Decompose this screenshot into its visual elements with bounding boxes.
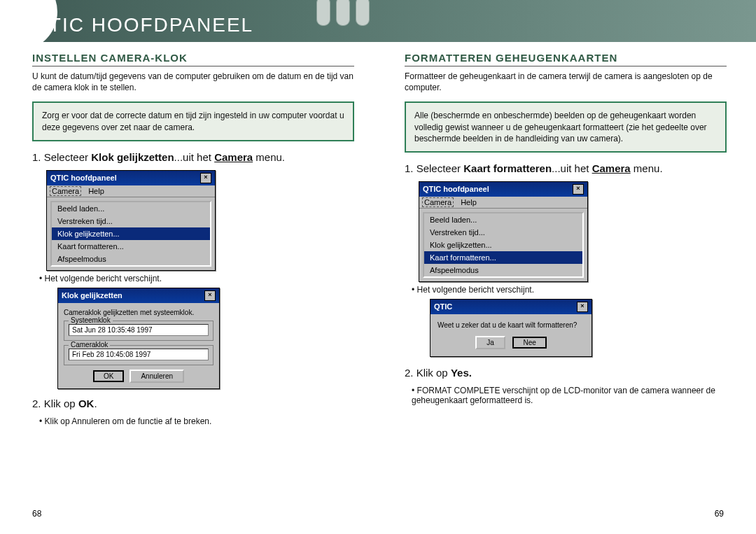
t: Camera (214, 151, 253, 163)
group-system: SysteemklokSat Jun 28 10:35:48 1997 (64, 321, 214, 341)
step1-format: 1. Selecteer Kaart formatteren...uit het… (405, 162, 727, 174)
t: ...uit het (174, 151, 215, 163)
t: 1. Selecteer (32, 151, 91, 163)
step2-format: 2. Klik op Yes. (405, 367, 727, 379)
window-qtic-right: QTIC hoofdpaneel× CameraHelp Beeld laden… (419, 181, 588, 282)
menu-help[interactable]: Help (88, 187, 104, 195)
group-camera: CameraklokFri Feb 28 10:45:08 1997 (64, 345, 214, 365)
dlg-title: Klok gelijkzetten (62, 291, 122, 300)
menubar: CameraHelp (419, 197, 587, 209)
t: Klok gelijkzetten (91, 151, 174, 163)
lbl: Cameraklok (69, 341, 110, 349)
page-number-right: 69 (715, 509, 724, 519)
column-right: Formatteren Geheugenkaarten Formatteer d… (405, 52, 727, 407)
close-icon[interactable]: × (577, 302, 588, 312)
menu-help[interactable]: Help (461, 198, 477, 206)
intro-clock: U kunt de datum/tijd gegevens van de com… (32, 71, 354, 93)
section-title-clock: Instellen Camera-klok (32, 52, 354, 66)
t: 1. Selecteer (405, 162, 463, 174)
dialog-format: QTIC× Weet u zeker dat u de kaart wilt f… (430, 299, 592, 357)
list-item[interactable]: Klok gelijkzetten... (52, 227, 210, 240)
section-title-format: Formatteren Geheugenkaarten (405, 52, 727, 66)
column-left: Instellen Camera-klok U kunt de datum/ti… (32, 52, 354, 428)
t: menu. (631, 162, 663, 174)
titlebar: Klok gelijkzetten× (58, 288, 219, 303)
note-clock: Zorg er voor dat de correcte datum en ti… (32, 101, 354, 141)
titlebar: QTIC hoofdpaneel× (47, 171, 215, 185)
t: Kaart formatteren (463, 162, 552, 174)
sub-complete: FORMAT COMPLETE verschijnt op de LCD-mon… (412, 386, 727, 405)
titlebar: QTIC× (430, 300, 592, 314)
sub-msg: Het volgende bericht verschijnt. (412, 285, 727, 295)
menubar: CameraHelp (47, 185, 215, 197)
list-item[interactable]: Beeld laden... (52, 202, 210, 215)
t: Camera (592, 162, 631, 174)
step2-clock: 2. Klik op OK. (32, 398, 354, 409)
close-icon[interactable]: × (573, 184, 584, 195)
page-number-left: 68 (32, 509, 41, 519)
ok-button[interactable]: OK (93, 370, 124, 382)
lbl: Systeemklok (69, 316, 113, 324)
list-item[interactable]: Kaart formatteren... (424, 251, 582, 264)
dlg-title: QTIC (434, 302, 452, 311)
t: Yes. (451, 367, 472, 379)
dlg-msg: Cameraklok gelijkzetten met systeemklok. (64, 309, 214, 316)
list-item[interactable]: Verstreken tijd... (424, 226, 582, 239)
no-button[interactable]: Nee (512, 337, 546, 349)
list-item[interactable]: Afspeelmodus (52, 253, 210, 265)
menu-list-left: Beeld laden... Verstreken tijd... Klok g… (50, 201, 211, 267)
window-qtic-left: QTIC hoofdpaneel× CameraHelp Beeld laden… (46, 170, 216, 271)
list-item[interactable]: Beeld laden... (424, 213, 582, 226)
t: 2. Klik op (405, 367, 451, 379)
manual-spread: QTIC HOOFDPANEEL Instellen Camera-klok U… (0, 0, 756, 534)
note-format: Alle (beschermde en onbeschermde) beelde… (405, 101, 727, 153)
list-item[interactable]: Kaart formatteren... (52, 240, 210, 253)
list-item[interactable]: Klok gelijkzetten... (424, 239, 582, 251)
intro-format: Formatteer de geheugenkaart in de camera… (405, 71, 727, 93)
field-camera: Fri Feb 28 10:45:08 1997 (69, 349, 209, 360)
titlebar: QTIC hoofdpaneel× (419, 182, 587, 197)
field-system: Sat Jun 28 10:35:48 1997 (69, 324, 209, 336)
menu-camera[interactable]: Camera (422, 197, 454, 207)
win-title: QTIC hoofdpaneel (423, 185, 489, 193)
dialog-clock: Klok gelijkzetten× Cameraklok gelijkzett… (57, 288, 220, 389)
t: 2. Klik op (32, 398, 78, 409)
cancel-button[interactable]: Annuleren (130, 370, 184, 383)
page-title: QTIC HOOFDPANEEL (32, 14, 253, 36)
header-decor (316, 0, 370, 26)
close-icon[interactable]: × (200, 173, 211, 183)
sub-msg: Het volgende bericht verschijnt. (39, 274, 354, 283)
t: ...uit het (552, 162, 592, 174)
step1-clock: 1. Selecteer Klok gelijkzetten...uit het… (32, 151, 354, 163)
yes-button[interactable]: Ja (475, 336, 505, 349)
dlg-msg: Weet u zeker dat u de kaart wilt formatt… (438, 321, 584, 329)
win-title: QTIC hoofdpaneel (50, 174, 117, 182)
t: menu. (253, 151, 285, 163)
menu-camera[interactable]: Camera (50, 186, 81, 196)
list-item[interactable]: Afspeelmodus (424, 264, 582, 276)
sub-cancel: Klik op Annuleren om de functie af te br… (39, 416, 354, 426)
list-item[interactable]: Verstreken tijd... (52, 215, 210, 227)
t: OK (78, 398, 94, 409)
close-icon[interactable]: × (204, 290, 216, 301)
menu-list-right: Beeld laden... Verstreken tijd... Klok g… (423, 212, 584, 278)
